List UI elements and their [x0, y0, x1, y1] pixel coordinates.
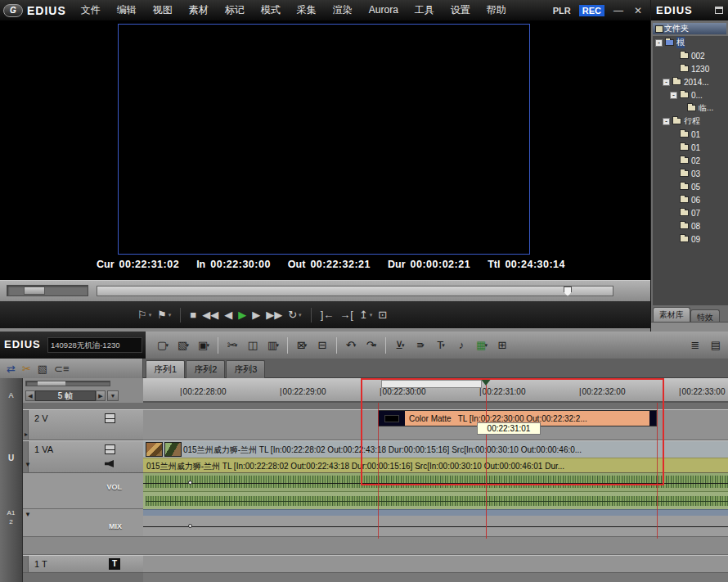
mix-rubberband-line[interactable]	[143, 526, 728, 527]
track-header-2v[interactable]: 2 V ▸	[23, 409, 143, 440]
dropdown-caret-icon[interactable]: ▾	[299, 312, 302, 318]
volume-keyframe-dot[interactable]	[188, 480, 192, 485]
audio-waveform-2[interactable]	[143, 491, 728, 509]
frame-step-decrease[interactable]: ◀	[25, 390, 35, 401]
toolbar-button[interactable]: ▾	[218, 337, 218, 354]
menu-item[interactable]: 标记	[217, 0, 253, 20]
track-header-1t[interactable]: 1 T T	[23, 555, 143, 573]
mode-audio-link[interactable]: ⊂≡	[54, 363, 69, 374]
tree-expander-icon[interactable]: -	[670, 92, 677, 99]
dropdown-caret-icon[interactable]: ▾	[304, 342, 308, 349]
sequence-tab[interactable]: 序列2	[186, 360, 225, 378]
dropdown-caret-icon[interactable]: ▾	[169, 312, 172, 318]
track-select-strip[interactable]	[23, 556, 29, 572]
dropdown-caret-icon[interactable]: ▾	[149, 312, 152, 318]
tree-item[interactable]: 08	[653, 219, 728, 232]
menu-item[interactable]: 素材	[181, 0, 217, 20]
close-button[interactable]: ✕	[632, 5, 644, 16]
zoom-slider-handle[interactable]	[38, 381, 65, 386]
toolbar-new-sequence[interactable]: ▢ ▾	[154, 336, 172, 354]
tree-item[interactable]: 05	[653, 180, 728, 193]
position-bar[interactable]	[97, 286, 613, 296]
tree-expander-icon[interactable]: -	[663, 79, 670, 86]
transport-fast-forward[interactable]: ▶▶ ▾	[266, 309, 282, 320]
toolbar-ripple-delete[interactable]: ⊠ ▾	[293, 336, 311, 354]
shuttle-handle[interactable]	[24, 286, 45, 295]
minimize-button[interactable]: —	[613, 5, 624, 16]
tree-item[interactable]: - 根	[653, 36, 728, 49]
rec-indicator[interactable]: REC	[579, 5, 604, 16]
transport-previous-frame[interactable]: ◀ ▾	[224, 309, 232, 320]
tree-item[interactable]: 07	[653, 206, 728, 219]
tree-item[interactable]: 002	[653, 49, 728, 62]
restore-window-icon[interactable]	[715, 7, 723, 14]
transport-set-out-point[interactable]: →[ ▾	[339, 309, 353, 320]
sequence-tab[interactable]: 序列1	[146, 360, 185, 378]
menu-item[interactable]: 编辑	[109, 0, 145, 20]
toolbar-button[interactable]: ▾	[287, 337, 288, 354]
tree-item[interactable]: 1230	[653, 62, 728, 75]
menu-item[interactable]: 设置	[443, 0, 479, 20]
menu-item[interactable]: 采集	[289, 0, 325, 20]
tree-expander-icon[interactable]: -	[663, 118, 670, 125]
toolbar-copy[interactable]: ◫ ▾	[244, 336, 262, 354]
dropdown-caret-icon[interactable]: ▾	[206, 342, 209, 349]
toolbar-edit-mode[interactable]: ≡ ▾	[411, 336, 429, 354]
transport-set-in-point[interactable]: ]← ▾	[321, 309, 335, 320]
dropdown-caret-icon[interactable]: ▾	[353, 342, 357, 349]
menu-item[interactable]: 模式	[253, 0, 289, 20]
dropdown-caret-icon[interactable]: ▾	[276, 342, 279, 349]
dropdown-caret-icon[interactable]: ▾	[484, 342, 488, 349]
toolbar-cut[interactable]: ✂ ▾	[223, 336, 241, 354]
bin-tab[interactable]: 特效	[690, 309, 720, 322]
dropdown-caret-icon[interactable]: ▾	[235, 342, 238, 349]
dropdown-caret-icon[interactable]: ▾	[165, 342, 169, 349]
tree-item[interactable]: 03	[653, 167, 728, 180]
tree-item[interactable]: 06	[653, 193, 728, 206]
plr-indicator[interactable]: PLR	[553, 6, 571, 16]
dropdown-caret-icon[interactable]: ▾	[442, 342, 445, 349]
transport-loop-playback[interactable]: ↻ ▾	[288, 309, 301, 320]
sequence-name-field[interactable]: 140928无机油-1230	[47, 337, 142, 353]
toolbar-color-correction[interactable]: ▦ ▾	[473, 336, 491, 354]
tree-item[interactable]: 02	[653, 154, 728, 167]
sequence-tab[interactable]: 序列3	[226, 360, 265, 378]
track-panel-icon[interactable]	[105, 413, 115, 423]
transport-button[interactable]: ▾	[180, 308, 181, 323]
mode-insert-overwrite-mode[interactable]: ⇄	[7, 363, 16, 374]
toolbar-button[interactable]: ▾	[385, 337, 386, 354]
toolbar-effects-palette[interactable]: ▤ ▾	[707, 336, 725, 354]
menu-item[interactable]: 渲染	[325, 0, 361, 20]
position-marker[interactable]	[564, 286, 572, 296]
toolbar-paste[interactable]: ▥ ▾	[264, 336, 282, 354]
toolbar-add-title[interactable]: T ▾	[432, 336, 450, 354]
toolbar-add-cut-point[interactable]: ⊻ ▾	[391, 336, 409, 354]
menu-item[interactable]: 工具	[407, 0, 443, 20]
dropdown-caret-icon[interactable]: ▾	[421, 342, 425, 349]
track-header-1va[interactable]: 1 VA ▼	[23, 440, 143, 473]
dropdown-caret-icon[interactable]: ▾	[370, 312, 373, 318]
menu-item[interactable]: Aurora	[361, 0, 407, 20]
track-1t-lane[interactable]	[143, 555, 728, 573]
toolbar-button[interactable]: ▾	[336, 337, 337, 354]
audio-channel-label[interactable]: A1	[0, 509, 22, 517]
dropdown-caret-icon[interactable]: ▾	[186, 342, 189, 349]
dropdown-caret-icon[interactable]: ▾	[402, 342, 405, 349]
tree-item[interactable]: 01	[653, 128, 728, 141]
toolbar-open-project[interactable]: ▧ ▾	[174, 336, 192, 354]
tree-item[interactable]: 01	[653, 141, 728, 154]
track-panel-icon[interactable]	[105, 444, 115, 454]
transport-stop[interactable]: ■ ▾	[190, 309, 196, 320]
transport-jump-to-in[interactable]: ↥ ▾	[359, 309, 372, 320]
track-expand-icon[interactable]: ▼	[25, 461, 31, 468]
frame-step-increase[interactable]: ▶	[96, 390, 106, 401]
transport-button[interactable]: ▾	[311, 308, 312, 323]
audio-channel-2-label[interactable]: 2	[0, 518, 22, 526]
toolbar-undo[interactable]: ↶ ▾	[342, 336, 360, 354]
tree-item[interactable]: 临...	[653, 102, 728, 115]
bin-tab[interactable]: 素材库	[653, 307, 690, 322]
timeline-zoom-slider[interactable]	[25, 381, 110, 386]
audio-mute-label[interactable]: U	[0, 453, 22, 462]
toolbar-delete[interactable]: ⊟ ▾	[313, 336, 331, 354]
toolbar-redo[interactable]: ↷ ▾	[362, 336, 380, 354]
